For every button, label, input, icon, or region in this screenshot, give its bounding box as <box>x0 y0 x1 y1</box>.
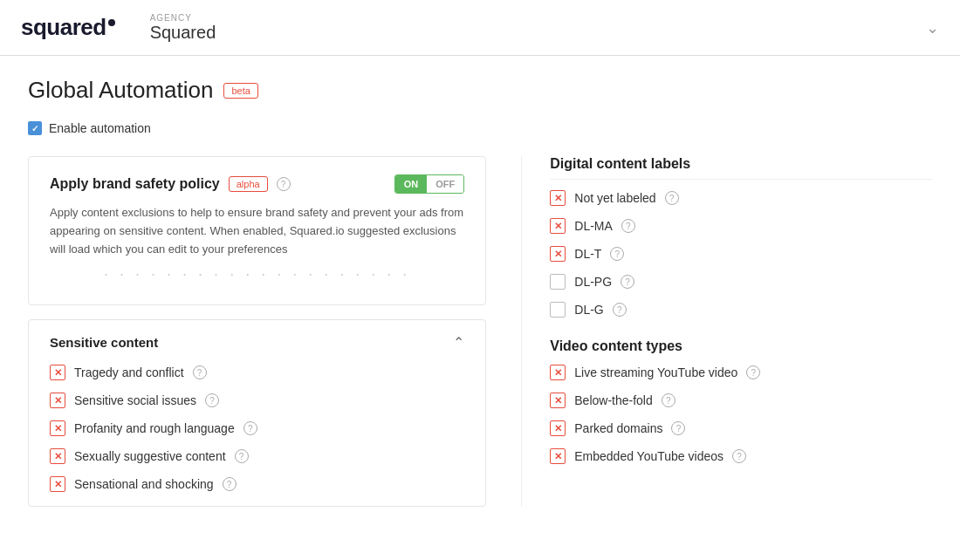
vct-embedded-checkbox[interactable]: ✕ <box>550 448 566 464</box>
dcl-ma-label: DL-MA <box>574 219 613 233</box>
agency-name: Squared <box>150 23 216 43</box>
sensitive-content-header: Sensitive content ⌃ <box>50 334 464 351</box>
page-title: Global Automation <box>28 77 213 104</box>
sensitive-content-list: ✕ Tragedy and conflict ? ✕ Sensitive soc… <box>50 365 464 492</box>
dcl-not-labeled-info-icon[interactable]: ? <box>665 191 679 205</box>
x-icon: ✕ <box>554 395 562 406</box>
list-item: ✕ Sexually suggestive content ? <box>50 448 464 464</box>
sensitive-social-info-icon[interactable]: ? <box>205 393 219 407</box>
x-icon: ✕ <box>554 451 562 462</box>
vct-live-info-icon[interactable]: ? <box>746 365 760 379</box>
dcl-ma-info-icon[interactable]: ? <box>621 219 635 233</box>
toggle-off-label[interactable]: OFF <box>427 175 463 193</box>
x-icon: ✕ <box>554 193 562 204</box>
x-icon: ✕ <box>554 367 562 379</box>
dcl-t-info-icon[interactable]: ? <box>610 247 624 261</box>
top-bar: squared AGENCY Squared ⌄ <box>0 0 960 56</box>
left-column: Apply brand safety policy alpha ? ON OFF… <box>28 156 486 507</box>
dcl-ma-checkbox[interactable]: ✕ <box>550 218 566 234</box>
sensitive-content-title: Sensitive content <box>50 335 158 350</box>
agency-section: AGENCY Squared ⌄ <box>150 13 939 43</box>
chevron-down-icon[interactable]: ⌄ <box>926 18 939 38</box>
vct-btf-label: Below-the-fold <box>574 393 653 407</box>
sensitive-tragedy-label: Tragedy and conflict <box>74 365 184 379</box>
list-item: ✕ DL-MA ? <box>550 218 932 234</box>
agency-tag: AGENCY <box>150 13 216 23</box>
brand-safety-toggle[interactable]: ON OFF <box>394 174 465 194</box>
logo: squared <box>21 14 115 41</box>
dcl-not-labeled-label: Not yet labeled <box>574 191 655 205</box>
video-content-types-section: Video content types ✕ Live streaming You… <box>550 338 932 464</box>
video-content-types-list: ✕ Live streaming YouTube video ? ✕ Below… <box>550 365 932 464</box>
logo-dot <box>108 19 115 26</box>
list-item: ✕ Embedded YouTube videos ? <box>550 448 932 464</box>
x-icon: ✕ <box>554 221 562 232</box>
sensitive-sensational-info-icon[interactable]: ? <box>223 477 237 491</box>
checkmark-icon: ✓ <box>31 124 38 133</box>
digital-content-labels-list: ✕ Not yet labeled ? ✕ DL-MA ? ✕ DL-T ? <box>550 190 932 318</box>
x-icon: ✕ <box>54 423 62 434</box>
vct-btf-info-icon[interactable]: ? <box>662 393 675 407</box>
x-icon: ✕ <box>54 367 62 379</box>
vct-live-label: Live streaming YouTube video <box>574 365 737 379</box>
dcl-pg-checkbox[interactable] <box>550 274 566 290</box>
vct-embedded-info-icon[interactable]: ? <box>732 449 746 463</box>
sensitive-tragedy-info-icon[interactable]: ? <box>193 365 207 379</box>
chevron-up-icon[interactable]: ⌃ <box>453 334 464 351</box>
list-item: ✕ Tragedy and conflict ? <box>50 365 464 380</box>
vct-embedded-label: Embedded YouTube videos <box>574 449 723 463</box>
vct-parked-info-icon[interactable]: ? <box>671 421 685 435</box>
sensitive-profanity-label: Profanity and rough language <box>74 421 235 435</box>
dcl-g-label: DL-G <box>574 303 603 317</box>
list-item: ✕ Parked domains ? <box>550 420 932 436</box>
sensitive-sexual-label: Sexually suggestive content <box>74 449 226 463</box>
sensitive-sexual-checkbox[interactable]: ✕ <box>50 448 65 464</box>
sensitive-tragedy-checkbox[interactable]: ✕ <box>50 365 65 380</box>
digital-content-labels-section: Digital content labels ✕ Not yet labeled… <box>550 156 932 318</box>
dcl-pg-label: DL-PG <box>574 275 612 289</box>
agency-label: AGENCY Squared <box>150 13 216 43</box>
dcl-t-checkbox[interactable]: ✕ <box>550 246 566 262</box>
enable-automation-label: Enable automation <box>49 121 151 135</box>
x-icon: ✕ <box>554 249 562 260</box>
list-item: ✕ Sensitive social issues ? <box>50 393 464 408</box>
right-column: Digital content labels ✕ Not yet labeled… <box>521 156 932 507</box>
list-item: ✕ DL-T ? <box>550 246 932 262</box>
x-icon: ✕ <box>54 451 62 462</box>
sensitive-sexual-info-icon[interactable]: ? <box>235 449 249 463</box>
sensitive-sensational-checkbox[interactable]: ✕ <box>50 476 65 492</box>
enable-automation-checkbox[interactable]: ✓ <box>28 121 42 135</box>
x-icon: ✕ <box>554 423 562 434</box>
sensitive-social-checkbox[interactable]: ✕ <box>50 393 65 408</box>
vct-btf-checkbox[interactable]: ✕ <box>550 393 566 408</box>
x-icon: ✕ <box>54 395 62 406</box>
divider-dots: · · · · · · · · · · · · · · · · · · · · <box>50 265 464 283</box>
list-item: ✕ Not yet labeled ? <box>550 190 932 206</box>
vct-parked-label: Parked domains <box>574 421 662 435</box>
list-item: ✕ Profanity and rough language ? <box>50 420 464 436</box>
brand-safety-title-group: Apply brand safety policy alpha ? <box>50 176 291 192</box>
list-item: DL-G ? <box>550 302 932 318</box>
logo-text: squared <box>21 14 106 41</box>
two-column-layout: Apply brand safety policy alpha ? ON OFF… <box>28 156 932 507</box>
sensitive-social-label: Sensitive social issues <box>74 393 196 407</box>
beta-badge: beta <box>223 83 257 99</box>
brand-safety-description: Apply content exclusions to help to ensu… <box>50 204 464 258</box>
brand-safety-header: Apply brand safety policy alpha ? ON OFF <box>50 174 464 194</box>
list-item: DL-PG ? <box>550 274 932 290</box>
dcl-g-info-icon[interactable]: ? <box>613 303 627 317</box>
toggle-on-label[interactable]: ON <box>395 175 428 193</box>
sensitive-profanity-checkbox[interactable]: ✕ <box>50 420 65 436</box>
vct-live-checkbox[interactable]: ✕ <box>550 365 566 380</box>
sensitive-content-section: Sensitive content ⌃ ✕ Tragedy and confli… <box>28 319 486 507</box>
brand-safety-info-icon[interactable]: ? <box>277 177 291 191</box>
dcl-pg-info-icon[interactable]: ? <box>621 275 634 289</box>
list-item: ✕ Sensational and shocking ? <box>50 476 464 492</box>
enable-automation-row: ✓ Enable automation <box>28 121 932 135</box>
sensitive-sensational-label: Sensational and shocking <box>74 477 214 491</box>
sensitive-profanity-info-icon[interactable]: ? <box>243 421 257 435</box>
vct-parked-checkbox[interactable]: ✕ <box>550 420 566 436</box>
brand-safety-section: Apply brand safety policy alpha ? ON OFF… <box>28 156 486 305</box>
dcl-g-checkbox[interactable] <box>550 302 566 318</box>
dcl-not-labeled-checkbox[interactable]: ✕ <box>550 190 566 206</box>
